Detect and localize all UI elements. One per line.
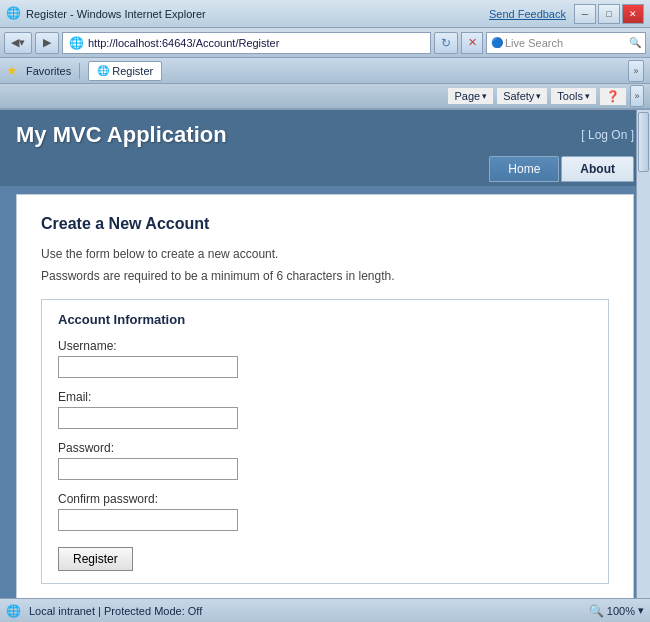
register-tab-label: Register [112,65,153,77]
help-icon: ❓ [606,90,620,103]
account-info-section: Account Information Username: Email: Pas… [41,299,609,584]
toolbar-safety-menu[interactable]: Safety ▾ [497,88,547,104]
log-on-link[interactable]: [ Log On ] [581,128,634,142]
browser-content: My MVC Application [ Log On ] Home About… [0,110,650,598]
confirm-password-field-group: Confirm password: [58,492,592,531]
live-search-button[interactable]: 🔍 [629,37,641,48]
page-desc1: Use the form below to create a new accou… [41,247,609,261]
page-chevron-icon: ▾ [482,91,487,101]
favorites-label[interactable]: Favorites [26,65,71,77]
address-go-button[interactable]: ↻ [434,32,458,54]
tools-chevron-icon: ▾ [585,91,590,101]
favorites-divider [79,63,80,79]
toolbar-more-button[interactable]: » [630,85,644,107]
live-search-logo: 🔵 [491,37,503,48]
favorites-tab-register[interactable]: 🌐 Register [88,61,162,81]
app-header: My MVC Application [ Log On ] [0,110,650,156]
page-label: Page [454,90,480,102]
title-bar-text: Register - Windows Internet Explorer [26,8,489,20]
status-bar: 🌐 Local intranet | Protected Mode: Off 🔍… [0,598,650,622]
address-field[interactable]: 🌐 http://localhost:64643/Account/Registe… [62,32,431,54]
email-field-group: Email: [58,390,592,429]
address-text: http://localhost:64643/Account/Register [88,37,279,49]
form-section-title: Account Information [58,312,592,327]
zoom-chevron-icon[interactable]: ▾ [638,604,644,617]
forward-button[interactable]: ▶ [35,32,59,54]
zoom-icon: 🔍 [589,604,604,618]
password-label: Password: [58,441,592,455]
register-tab-icon: 🌐 [97,65,109,76]
safety-chevron-icon: ▾ [536,91,541,101]
password-input[interactable] [58,458,238,480]
minimize-button[interactable]: ─ [574,4,596,24]
tab-about-label: About [580,162,615,176]
zoom-control[interactable]: 🔍 100% ▾ [589,604,644,618]
scrollbar-thumb[interactable] [638,112,649,172]
page-desc2: Passwords are required to be a minimum o… [41,269,609,283]
toolbar-expand-button[interactable]: » [628,60,644,82]
status-text: Local intranet | Protected Mode: Off [29,605,581,617]
window-controls: ─ □ ✕ [574,4,644,24]
live-search-box[interactable]: 🔵 Live Search 🔍 [486,32,646,54]
register-button[interactable]: Register [58,547,133,571]
browser-icon: 🌐 [6,6,22,22]
content-box: Create a New Account Use the form below … [16,194,634,598]
restore-button[interactable]: □ [598,4,620,24]
live-search-label: Live Search [505,37,627,49]
email-label: Email: [58,390,592,404]
status-globe-icon: 🌐 [6,604,21,618]
page-content: Create a New Account Use the form below … [0,186,650,598]
toolbar-page-menu[interactable]: Page ▾ [448,88,493,104]
toolbar-bar: Page ▾ Safety ▾ Tools ▾ ❓ » [0,84,650,110]
tab-home-label: Home [508,162,540,176]
send-feedback-link[interactable]: Send Feedback [489,8,566,20]
toolbar-tools-menu[interactable]: Tools ▾ [551,88,596,104]
confirm-password-label: Confirm password: [58,492,592,506]
tab-home[interactable]: Home [489,156,559,182]
refresh-button[interactable]: ✕ [461,32,483,54]
page-heading: Create a New Account [41,215,609,233]
tools-label: Tools [557,90,583,102]
ie-page-icon: 🌐 [69,36,84,50]
confirm-password-input[interactable] [58,509,238,531]
address-bar: ◀▾ ▶ 🌐 http://localhost:64643/Account/Re… [0,28,650,58]
toolbar-help-button[interactable]: ❓ [600,88,626,105]
username-field-group: Username: [58,339,592,378]
username-input[interactable] [58,356,238,378]
favorites-bar: ★ Favorites 🌐 Register » [0,58,650,84]
zoom-level: 100% [607,605,635,617]
favorites-star-icon[interactable]: ★ [6,63,18,78]
app-title: My MVC Application [16,122,227,148]
email-input[interactable] [58,407,238,429]
password-field-group: Password: [58,441,592,480]
safety-label: Safety [503,90,534,102]
back-button[interactable]: ◀▾ [4,32,32,54]
scrollbar-track[interactable] [636,110,650,598]
tab-about[interactable]: About [561,156,634,182]
username-label: Username: [58,339,592,353]
title-bar: 🌐 Register - Windows Internet Explorer S… [0,0,650,28]
close-button[interactable]: ✕ [622,4,644,24]
nav-tabs: Home About [0,156,650,186]
